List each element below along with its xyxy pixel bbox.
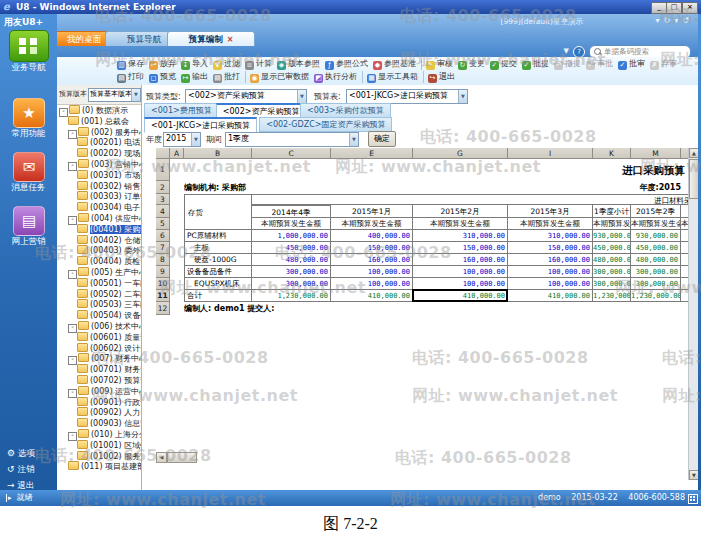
row-label-EQUSPX机床[interactable]: EQUSPX机床: [184, 278, 252, 290]
grid-cell[interactable]: 300,000.00: [593, 278, 631, 290]
grid-cell[interactable]: 310,000.00: [413, 230, 508, 242]
grid-cell[interactable]: 1,230,000.00: [593, 290, 631, 302]
grid-cell[interactable]: 480,000.00: [252, 254, 331, 266]
tree-item-(00304) 电子商务[interactable]: (00304) 电子商务: [57, 202, 141, 213]
tree-item-(011) 项目基建部[interactable]: (011) 项目基建部: [57, 461, 141, 472]
toolbar-button-退出[interactable]: ↪退出: [423, 71, 457, 83]
grid-cell[interactable]: 480,000.00: [593, 254, 631, 266]
grid-cell[interactable]: 160,000.00: [413, 254, 508, 266]
row-header-8[interactable]: 8: [156, 254, 170, 266]
tree-item-(00503) 三车间[interactable]: (00503) 三车间: [57, 299, 141, 310]
grid-cell[interactable]: 410,000.00: [331, 290, 413, 302]
column-header-E[interactable]: E: [331, 148, 413, 159]
grid-cell[interactable]: 100,000.00: [413, 266, 508, 278]
sidebar-tile-消息任务[interactable]: ✉: [13, 152, 45, 182]
sidebar-item-business-nav[interactable]: 业务导航: [0, 62, 57, 74]
qr-icon[interactable]: [688, 494, 698, 504]
measure-header-cell[interactable]: 本期预算发生金额: [331, 218, 413, 230]
grid-cell[interactable]: 1,230,000.00: [631, 290, 681, 302]
row-header-3[interactable]: 3: [156, 194, 170, 205]
row-header-10[interactable]: 10: [156, 278, 170, 290]
tree-item-(00402) 仓储部[interactable]: (00402) 仓储部: [57, 235, 141, 246]
column-header-corner[interactable]: [156, 148, 170, 159]
toolbar-button-执行分析[interactable]: ◩执行分析: [312, 71, 359, 83]
tree-item-(01002) 服务部[interactable]: (01002) 服务部: [57, 451, 141, 462]
tree-collapse-icon[interactable]: -: [68, 432, 77, 441]
grid-cell[interactable]: 410,000.00: [508, 290, 593, 302]
sidebar-tile-网上营销[interactable]: ▤: [13, 206, 45, 236]
row-header-2[interactable]: 2: [156, 181, 170, 194]
grid-cell[interactable]: 310,000.00: [508, 230, 593, 242]
tree-item-(00602) 设计部[interactable]: (00602) 设计部: [57, 343, 141, 354]
toolbar-button-变更[interactable]: ↻变更: [456, 58, 487, 70]
column-header-K[interactable]: K: [593, 148, 631, 159]
grid-cell[interactable]: 300,000.00: [593, 266, 631, 278]
row-label-PC原辅材料[interactable]: PC原辅材料: [184, 230, 252, 242]
grid-cell[interactable]: 930,000.00: [593, 230, 631, 242]
budget-table-select[interactable]: <001-JKCG>进口采购预算▼: [346, 89, 468, 104]
grid-cell[interactable]: 100,000.00: [508, 278, 593, 290]
grid-cell[interactable]: 300,000.00: [631, 278, 681, 290]
column-header-G[interactable]: G: [413, 148, 508, 159]
period-header-cell[interactable]: 2015年2季: [631, 205, 681, 218]
tree-collapse-icon[interactable]: -: [68, 130, 77, 139]
period-header-cell[interactable]: 2015年1月: [331, 205, 413, 218]
top-tab-3[interactable]: 预算编制×: [167, 31, 255, 46]
column-header-A[interactable]: A: [170, 148, 184, 159]
sidebar-tile-常用功能[interactable]: ★: [13, 98, 45, 128]
grid-cell[interactable]: 450,000.00: [252, 242, 331, 254]
tree-item-(00201) 电话服务部[interactable]: (00201) 电话服务部: [57, 137, 141, 148]
stock-header-cell[interactable]: 存货: [184, 194, 252, 230]
grid-cell[interactable]: 400,000.00: [331, 230, 413, 242]
tree-collapse-icon[interactable]: -: [59, 108, 68, 117]
toolbar-button-批提[interactable]: ✓批提: [520, 58, 551, 70]
toolbar-button-过滤[interactable]: ▼过滤: [211, 58, 242, 70]
close-tab-icon[interactable]: ×: [227, 35, 234, 44]
grid-cell[interactable]: 100,000.00: [331, 266, 413, 278]
hscrollbar-thumb[interactable]: [167, 452, 197, 463]
toolbar-button-批打[interactable]: ▤批打: [211, 71, 242, 83]
version-select[interactable]: 预算基本版本▼: [88, 88, 141, 102]
grid-cell[interactable]: 1,000,000.00: [252, 230, 331, 242]
tree-item-(00702) 预算部[interactable]: (00702) 预算部: [57, 375, 141, 386]
toolbar-button-预览[interactable]: ◻预览: [147, 71, 178, 83]
measure-header-cell[interactable]: 本期预算发生金额: [593, 218, 631, 230]
toolbar-button-提交[interactable]: ✓提交: [488, 58, 519, 70]
sidebar-action-注销[interactable]: ↺注销: [7, 464, 35, 476]
tree-item-(00903) 信息部[interactable]: (00903) 信息部: [57, 418, 141, 429]
toolbar-button-版本参照[interactable]: ◈版本参照: [275, 58, 322, 70]
tree-item-(01001) 区域销售部[interactable]: (01001) 区域销售部: [57, 440, 141, 451]
column-header-B[interactable]: B: [184, 148, 252, 159]
business-nav-icon[interactable]: [9, 30, 49, 62]
row-label-硬盘-1000G[interactable]: 硬盘-1000G: [184, 254, 252, 266]
grid-cell[interactable]: 160,000.00: [331, 254, 413, 266]
tree-item-(006) 技术中心[interactable]: -(006) 技术中心: [57, 321, 141, 332]
row-label-设备备品备件[interactable]: 设备备品备件: [184, 266, 252, 278]
tree-item-(00401) 采购部[interactable]: (00401) 采购部: [57, 224, 141, 235]
row-header-11[interactable]: 11: [156, 290, 170, 302]
column-header-M[interactable]: M: [631, 148, 681, 159]
measure-header-cell[interactable]: 本期预算发生金额: [508, 218, 593, 230]
grid-cell[interactable]: 300,000.00: [252, 266, 331, 278]
toolbar-button-打印[interactable]: ▤打印: [115, 71, 146, 83]
close-button[interactable]: ×: [682, 2, 698, 14]
tree-item-(00601) 质量部[interactable]: (00601) 质量部: [57, 332, 141, 343]
toolbar-button-保存[interactable]: ▥保存: [115, 58, 146, 70]
tree-item-(009) 运营中心[interactable]: -(009) 运营中心: [57, 386, 141, 397]
year-select[interactable]: 2015▼: [163, 132, 201, 147]
tree-item-(00303) 订单中心[interactable]: (00303) 订单中心: [57, 191, 141, 202]
grid-cell[interactable]: 160,000.00: [508, 254, 593, 266]
confirm-button[interactable]: 确定: [368, 131, 396, 147]
toolbar-button-显示已审数据[interactable]: ◉显示已审数据: [245, 71, 311, 83]
tree-item-(00701) 财务部[interactable]: (00701) 财务部: [57, 364, 141, 375]
minimize-button[interactable]: _: [651, 2, 667, 14]
toolbar-button-批审[interactable]: ✓批审: [616, 58, 647, 70]
tree-item-(00404) 质检部[interactable]: (00404) 质检部: [57, 256, 141, 267]
toolbar-button-参照基准[interactable]: ◆参照基准: [371, 58, 418, 70]
tree-item-(010) 上海分公司[interactable]: -(010) 上海分公司: [57, 429, 141, 440]
grid-cell[interactable]: 1,230,000.00: [252, 290, 331, 302]
grid-cell[interactable]: 300,000.00: [252, 278, 331, 290]
row-header-4[interactable]: 4: [156, 205, 170, 218]
tree-collapse-icon[interactable]: -: [68, 356, 77, 365]
row-label-主板[interactable]: 主板: [184, 242, 252, 254]
